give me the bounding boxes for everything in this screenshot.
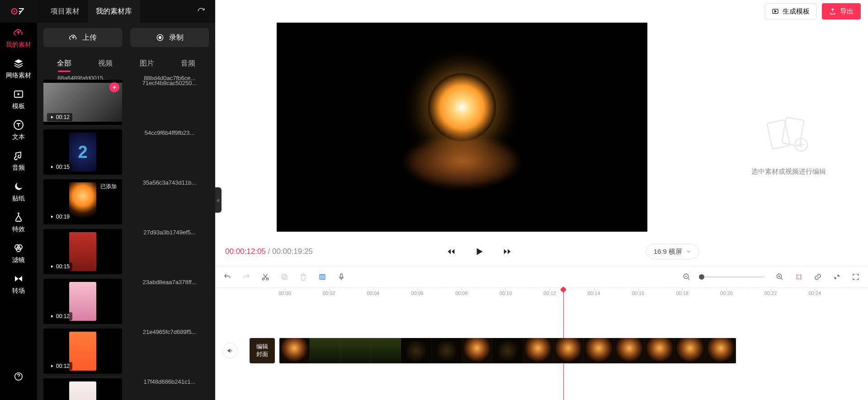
asset-name: 17f48d686b241c1... [130,378,209,400]
sidebar-item-audio[interactable]: 音频 [0,146,37,176]
video-clip[interactable] [279,338,736,363]
svg-rect-17 [282,274,286,278]
topbar: 生成模板 导出 [215,0,868,23]
asset-thumbnail[interactable]: 00:15 [43,229,122,274]
play-button[interactable] [473,246,485,257]
delete-button[interactable] [299,273,307,281]
sidebar-item-label: 网络素材 [6,71,31,80]
app-logo [0,0,37,23]
media-type-tabs: 全部 视频 图片 音频 [37,52,215,73]
added-badge: 已添加 [98,182,119,191]
redo-button[interactable] [242,273,250,281]
sidebar-item-text[interactable]: 文本 [0,115,37,146]
fit-button[interactable] [795,273,803,281]
sidebar-item-net-assets[interactable]: 网络素材 [0,53,37,84]
svg-point-1 [14,10,15,12]
sidebar-item-transition[interactable]: 转场 [0,269,37,300]
svg-rect-11 [767,119,790,149]
asset-name: 35a56c3a743d11b... [130,179,209,224]
transition-icon [13,273,24,284]
asset-thumbnail[interactable]: 00:19已添加 [43,179,122,224]
export-icon [829,8,836,15]
asset-thumbnail[interactable]: 00:12 [43,329,122,374]
media-tab-audio[interactable]: 音频 [168,54,209,73]
collapse-button[interactable] [833,273,841,281]
export-button[interactable]: 导出 [822,3,861,19]
edit-cover-button[interactable]: 编辑 封面 [250,338,275,363]
zoom-in-button[interactable] [776,273,784,281]
record-icon [156,33,165,42]
duration-badge: 00:19 [47,213,72,221]
current-time: 00:00:12:05 [225,247,266,256]
copy-button[interactable] [280,273,288,281]
sidebar-item-my-assets[interactable]: 我的素材 [0,23,37,53]
main-area: 生成模板 导出 00:00:12:05 / 00:00:19:25 [215,0,868,400]
sidebar-item-effects[interactable]: 特效 [0,207,37,238]
svg-point-15 [266,278,269,280]
zoom-out-button[interactable] [683,273,691,281]
asset-name: 27d93a3b1749ef5... [130,229,209,274]
generate-template-button[interactable]: 生成模板 [765,3,816,19]
generate-template-label: 生成模板 [783,7,810,16]
track-mute-button[interactable] [222,343,238,358]
sidebar-item-stickers[interactable]: 贴纸 [0,176,37,207]
chevron-down-icon [686,249,691,254]
play-square-icon [13,89,24,100]
refresh-button[interactable] [193,7,210,15]
panel-tabs: 项目素材 我的素材库 [37,0,215,23]
timeline-tools [215,266,868,288]
asset-thumbnail[interactable]: 00:12 [43,279,122,324]
layers-icon [13,58,24,69]
tab-my-library[interactable]: 我的素材库 [88,0,140,23]
zoom-slider[interactable] [702,276,765,278]
undo-button[interactable] [223,273,231,281]
asset-thumbnail[interactable]: 00:12+ [43,80,122,125]
duration-badge: 00:12 [47,312,72,320]
snap-button[interactable] [318,273,326,281]
prev-button[interactable] [446,247,456,257]
text-icon [13,119,24,130]
time-ruler[interactable]: 00:0000:0200:0400:0600:0800:1000:1200:14… [215,288,868,301]
collapse-panel-handle[interactable]: « [215,187,222,213]
timeline: 00:0000:0200:0400:0600:0800:1000:1200:14… [215,266,868,400]
sidebar-help[interactable] [0,361,37,392]
sidebar-item-templates[interactable]: 模板 [0,84,37,115]
media-tab-image[interactable]: 图片 [126,54,168,73]
record-button[interactable]: 录制 [130,28,209,47]
tracks-area[interactable]: 编辑 封面 [215,301,868,400]
svg-point-14 [262,278,264,280]
next-button[interactable] [502,247,512,257]
add-asset-button[interactable]: + [109,82,119,92]
play-square-icon [772,8,779,15]
cut-button[interactable] [261,273,269,281]
sidebar-item-label: 特效 [12,225,25,233]
export-label: 导出 [840,7,854,16]
chevron-left-double-icon: « [217,196,220,204]
media-tab-video[interactable]: 视频 [85,54,127,73]
duration-badge: 00:15 [47,262,72,271]
link-button[interactable] [814,273,822,281]
video-preview[interactable] [277,23,647,232]
fullscreen-button[interactable] [852,273,860,281]
upload-button[interactable]: 上传 [43,28,122,47]
upload-label: 上传 [82,33,97,43]
tab-project-assets[interactable]: 项目素材 [42,0,88,23]
sidebar-item-label: 文本 [12,133,25,141]
asset-thumbnail[interactable]: 00:13 [43,378,122,400]
preview-stage: 00:00:12:05 / 00:00:19:25 16:9 横屏 [215,23,709,266]
sidebar-item-filters[interactable]: 滤镜 [0,238,37,269]
aspect-ratio-selector[interactable]: 16:9 横屏 [646,244,699,259]
media-tab-all[interactable]: 全部 [43,54,85,73]
asset-thumbnail[interactable]: 200:15 [43,129,122,175]
voiceover-button[interactable] [337,273,345,281]
asset-gallery[interactable]: 88a6489fafd0015... 88bd4d0ac7fb6ce... 00… [37,73,215,400]
sidebar-item-label: 我的素材 [6,41,31,49]
time-display: 00:00:12:05 / 00:00:19:25 [225,247,313,256]
svg-rect-16 [283,276,287,280]
playback-controls: 00:00:12:05 / 00:00:19:25 16:9 横屏 [215,237,709,266]
flask-icon [13,212,24,223]
cloud-upload-icon [13,27,24,38]
empty-state-icon [761,113,816,158]
duration-badge: 00:12 [47,362,72,370]
record-label: 录制 [169,33,184,43]
